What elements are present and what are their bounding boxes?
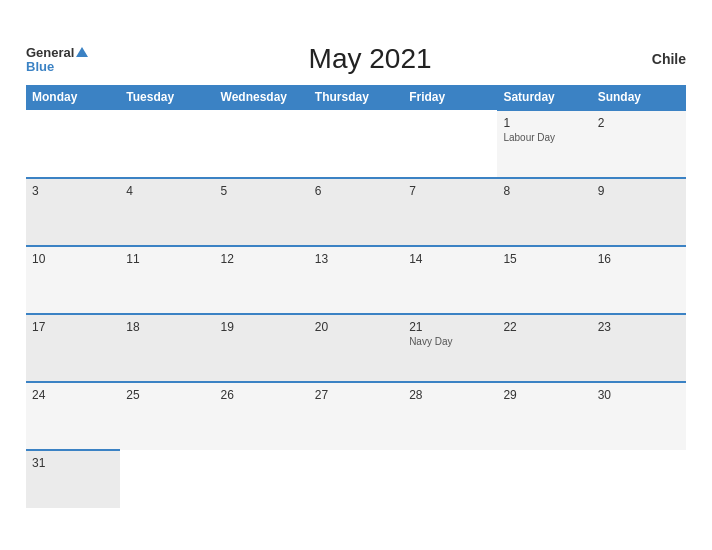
- calendar-day-cell: 24: [26, 382, 120, 450]
- calendar-day-cell: 3: [26, 178, 120, 246]
- col-friday: Friday: [403, 85, 497, 110]
- day-number: 31: [32, 456, 114, 470]
- calendar-day-cell: 28: [403, 382, 497, 450]
- calendar-day-cell: 2: [592, 110, 686, 178]
- calendar-day-cell: 9: [592, 178, 686, 246]
- day-number: 24: [32, 388, 114, 402]
- day-number: 30: [598, 388, 680, 402]
- day-number: 2: [598, 116, 680, 130]
- calendar-day-cell: [215, 450, 309, 508]
- calendar: General Blue May 2021 Chile Monday Tuesd…: [11, 33, 701, 518]
- day-number: 23: [598, 320, 680, 334]
- day-number: 26: [221, 388, 303, 402]
- calendar-day-cell: 17: [26, 314, 120, 382]
- day-number: 9: [598, 184, 680, 198]
- day-event: Labour Day: [503, 132, 585, 143]
- day-number: 7: [409, 184, 491, 198]
- calendar-day-cell: 19: [215, 314, 309, 382]
- calendar-day-cell: 21Navy Day: [403, 314, 497, 382]
- calendar-day-cell: [215, 110, 309, 178]
- calendar-day-cell: [120, 450, 214, 508]
- col-sunday: Sunday: [592, 85, 686, 110]
- calendar-day-cell: 6: [309, 178, 403, 246]
- day-number: 22: [503, 320, 585, 334]
- day-number: 3: [32, 184, 114, 198]
- calendar-day-cell: 22: [497, 314, 591, 382]
- day-number: 20: [315, 320, 397, 334]
- calendar-day-cell: 30: [592, 382, 686, 450]
- calendar-grid: Monday Tuesday Wednesday Thursday Friday…: [26, 85, 686, 508]
- calendar-day-cell: 8: [497, 178, 591, 246]
- calendar-day-cell: 29: [497, 382, 591, 450]
- logo: General Blue: [26, 43, 88, 75]
- day-number: 11: [126, 252, 208, 266]
- day-number: 6: [315, 184, 397, 198]
- day-number: 17: [32, 320, 114, 334]
- day-number: 21: [409, 320, 491, 334]
- col-monday: Monday: [26, 85, 120, 110]
- col-wednesday: Wednesday: [215, 85, 309, 110]
- calendar-day-cell: 4: [120, 178, 214, 246]
- day-number: 4: [126, 184, 208, 198]
- col-thursday: Thursday: [309, 85, 403, 110]
- calendar-day-cell: 23: [592, 314, 686, 382]
- col-tuesday: Tuesday: [120, 85, 214, 110]
- calendar-day-cell: 13: [309, 246, 403, 314]
- calendar-day-cell: 27: [309, 382, 403, 450]
- calendar-day-cell: 5: [215, 178, 309, 246]
- calendar-week-row: 31: [26, 450, 686, 508]
- calendar-week-row: 10111213141516: [26, 246, 686, 314]
- calendar-day-cell: 26: [215, 382, 309, 450]
- day-number: 8: [503, 184, 585, 198]
- calendar-title: May 2021: [88, 43, 651, 75]
- calendar-week-row: 1Labour Day2: [26, 110, 686, 178]
- col-saturday: Saturday: [497, 85, 591, 110]
- calendar-day-cell: [403, 110, 497, 178]
- calendar-day-cell: [26, 110, 120, 178]
- day-number: 5: [221, 184, 303, 198]
- day-number: 25: [126, 388, 208, 402]
- calendar-day-cell: 25: [120, 382, 214, 450]
- calendar-day-cell: 7: [403, 178, 497, 246]
- calendar-week-row: 1718192021Navy Day2223: [26, 314, 686, 382]
- calendar-day-cell: [592, 450, 686, 508]
- calendar-day-cell: [120, 110, 214, 178]
- calendar-day-cell: 16: [592, 246, 686, 314]
- day-number: 15: [503, 252, 585, 266]
- calendar-day-cell: 1Labour Day: [497, 110, 591, 178]
- calendar-day-cell: [309, 450, 403, 508]
- logo-blue: Blue: [26, 60, 88, 74]
- day-number: 1: [503, 116, 585, 130]
- day-number: 29: [503, 388, 585, 402]
- day-number: 19: [221, 320, 303, 334]
- day-number: 13: [315, 252, 397, 266]
- day-event: Navy Day: [409, 336, 491, 347]
- calendar-day-cell: 18: [120, 314, 214, 382]
- calendar-day-cell: [309, 110, 403, 178]
- day-number: 28: [409, 388, 491, 402]
- day-number: 18: [126, 320, 208, 334]
- day-number: 12: [221, 252, 303, 266]
- logo-general: General: [26, 43, 88, 61]
- calendar-day-cell: 10: [26, 246, 120, 314]
- day-number: 16: [598, 252, 680, 266]
- day-number: 27: [315, 388, 397, 402]
- calendar-day-cell: 12: [215, 246, 309, 314]
- calendar-week-row: 24252627282930: [26, 382, 686, 450]
- calendar-day-cell: 20: [309, 314, 403, 382]
- calendar-day-cell: 15: [497, 246, 591, 314]
- day-number: 10: [32, 252, 114, 266]
- calendar-day-cell: 11: [120, 246, 214, 314]
- calendar-day-cell: 14: [403, 246, 497, 314]
- calendar-country: Chile: [652, 51, 686, 67]
- calendar-header-row: Monday Tuesday Wednesday Thursday Friday…: [26, 85, 686, 110]
- calendar-day-cell: [497, 450, 591, 508]
- day-number: 14: [409, 252, 491, 266]
- calendar-day-cell: 31: [26, 450, 120, 508]
- calendar-header: General Blue May 2021 Chile: [26, 43, 686, 75]
- calendar-week-row: 3456789: [26, 178, 686, 246]
- logo-triangle-icon: [76, 47, 88, 57]
- calendar-day-cell: [403, 450, 497, 508]
